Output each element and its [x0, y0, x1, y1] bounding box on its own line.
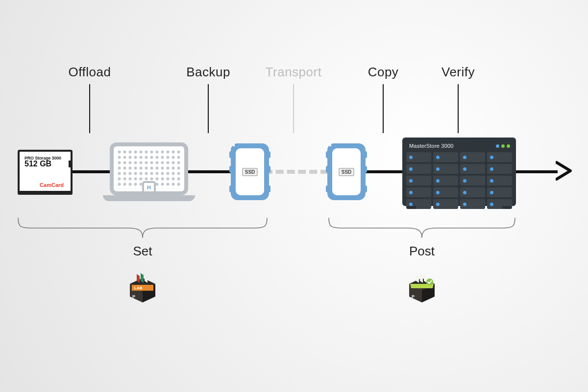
step-label-offload: Offload [69, 65, 111, 80]
ssd-device-2: SSD [327, 143, 366, 200]
step-label-verify: Verify [441, 65, 475, 80]
step-tick-transport [293, 84, 294, 133]
app-icon-offload: P [406, 272, 438, 307]
flow-line-transport [265, 170, 328, 174]
cfcard-device: PRO Storage 3000 512 GB CamCard [18, 150, 73, 194]
group-label-post: Post [409, 244, 435, 259]
step-label-transport: Transport [266, 65, 322, 80]
diagram-stage: Offload Backup Transport Copy Verify PRO… [0, 0, 588, 392]
group-label-set: Set [133, 244, 152, 259]
raid-title: MasterStore 3000 [409, 143, 454, 149]
step-tick-backup [208, 84, 209, 133]
silverstack-p: P [132, 294, 135, 299]
raid-bay-grid [405, 151, 513, 210]
svg-point-14 [426, 278, 433, 285]
laptop-device: H [102, 142, 196, 201]
brace-post [328, 217, 515, 239]
silverstack-tag: LAB [134, 286, 143, 290]
ssd-tag-1: SSD [242, 168, 258, 176]
raid-leds-icon [496, 144, 510, 148]
arrow-head-icon [556, 161, 572, 183]
laptop-badge: H [142, 181, 156, 192]
step-tick-copy [383, 84, 384, 133]
step-tick-offload [89, 84, 90, 133]
step-label-copy: Copy [368, 65, 399, 80]
brace-set [18, 217, 268, 239]
app-icon-silverstack: LAB P [127, 272, 158, 307]
ssd-tag-2: SSD [339, 168, 355, 176]
step-tick-verify [458, 84, 459, 133]
ssd-device-1: SSD [231, 143, 269, 200]
cfcard-capacity: 512 GB [24, 160, 64, 168]
step-label-backup: Backup [186, 65, 230, 80]
offload-p: P [412, 294, 415, 299]
raid-device: MasterStore 3000 [402, 138, 516, 206]
cfcard-brand: CamCard [24, 182, 64, 188]
